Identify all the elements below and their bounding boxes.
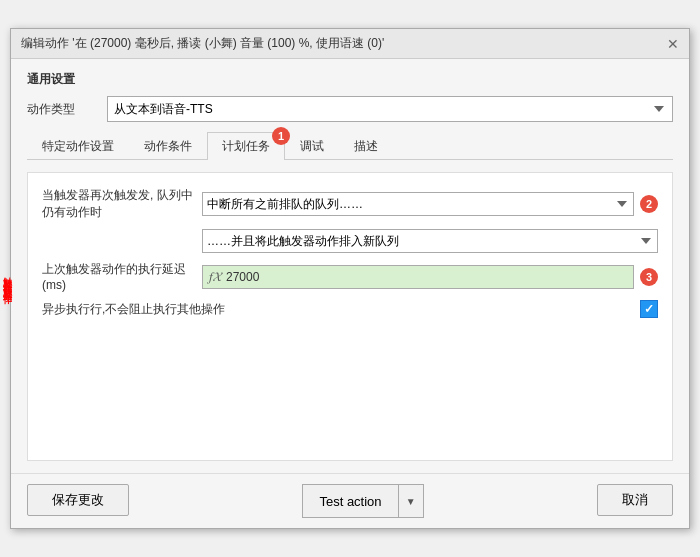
tab-debug[interactable]: 调试	[285, 132, 339, 160]
general-settings-label: 通用设置	[27, 71, 673, 88]
delay-input-container: 𝑓𝓧	[202, 265, 634, 289]
title-bar: 编辑动作 '在 (27000) 毫秒后, 播读 (小舞) 音量 (100) %,…	[11, 29, 689, 59]
action-type-row: 动作类型 从文本到语音-TTS	[27, 96, 673, 122]
function-icon: 𝑓𝓧	[209, 269, 222, 285]
tab-description[interactable]: 描述	[339, 132, 393, 160]
trigger-select[interactable]: 中断所有之前排队的队列……	[202, 192, 634, 216]
async-row: 异步执行行,不会阻止执行其他操作	[42, 300, 658, 318]
tab-action-condition[interactable]: 动作条件	[129, 132, 207, 160]
close-button[interactable]: ✕	[667, 36, 679, 52]
spacer	[42, 326, 658, 446]
async-label: 异步执行行,不会阻止执行其他操作	[42, 301, 640, 318]
dialog-body: 通用设置 动作类型 从文本到语音-TTS 特定动作设置 动作条件 计划任务 1	[11, 59, 689, 473]
async-checkbox[interactable]	[640, 300, 658, 318]
trigger-row-2: ……并且将此触发器动作排入新队列	[42, 229, 658, 253]
test-action-container: Test action ▼	[302, 484, 423, 518]
delay-badge: 3	[640, 268, 658, 286]
trigger-label: 当触发器再次触发发, 队列中仍有动作时	[42, 187, 202, 221]
action-type-label: 动作类型	[27, 101, 107, 118]
delay-label: 上次触发器动作的执行延迟(ms)	[42, 261, 202, 292]
delay-input[interactable]	[226, 270, 627, 284]
left-red-marks: 触 发 器 动 作 触 发 器 动 作	[0, 0, 15, 557]
trigger-select-2[interactable]: ……并且将此触发器动作排入新队列	[202, 229, 658, 253]
dialog: 编辑动作 '在 (27000) 毫秒后, 播读 (小舞) 音量 (100) %,…	[10, 28, 690, 529]
test-action-dropdown-button[interactable]: ▼	[399, 485, 423, 517]
action-type-select[interactable]: 从文本到语音-TTS	[107, 96, 673, 122]
delay-row: 上次触发器动作的执行延迟(ms) 𝑓𝓧 3	[42, 261, 658, 292]
tab-badge: 1	[272, 127, 290, 145]
tab-scheduled-task[interactable]: 计划任务 1	[207, 132, 285, 160]
title-bar-text: 编辑动作 '在 (27000) 毫秒后, 播读 (小舞) 音量 (100) %,…	[21, 35, 384, 52]
footer: 保存更改 Test action ▼ 取消	[11, 473, 689, 528]
scheduled-task-panel: 当触发器再次触发发, 队列中仍有动作时 中断所有之前排队的队列…… 2 ……并且…	[27, 172, 673, 461]
trigger-badge: 2	[640, 195, 658, 213]
tabs-container: 特定动作设置 动作条件 计划任务 1 调试 描述	[27, 132, 673, 160]
trigger-row: 当触发器再次触发发, 队列中仍有动作时 中断所有之前排队的队列…… 2	[42, 187, 658, 221]
save-button[interactable]: 保存更改	[27, 484, 129, 516]
tab-specific-action[interactable]: 特定动作设置	[27, 132, 129, 160]
cancel-button[interactable]: 取消	[597, 484, 673, 516]
test-action-button[interactable]: Test action	[303, 485, 398, 517]
